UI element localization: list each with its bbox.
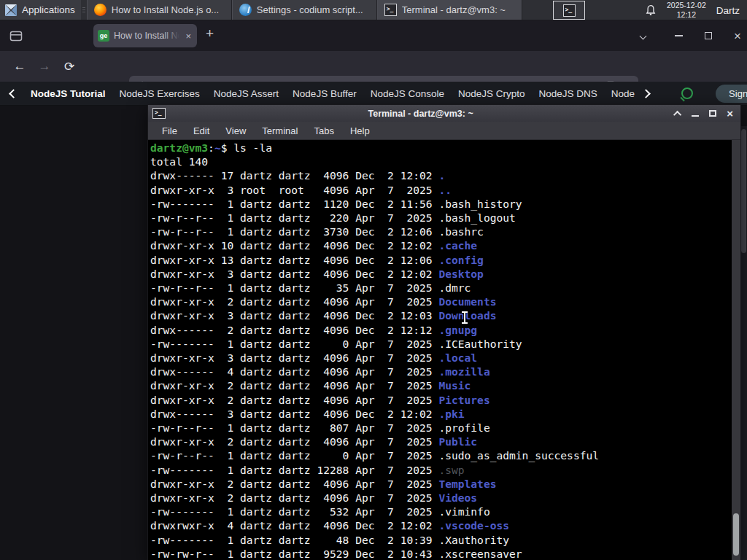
listing-line: drwx------ 17 dartz dartz 4096 Dec 2 12:… bbox=[150, 168, 740, 182]
tab-bar: ge How to Install Node.js on × + × bbox=[0, 20, 747, 51]
minimize-icon[interactable] bbox=[675, 35, 683, 36]
listing-line: drwxr-xr-x 2 dartz dartz 4096 Apr 7 2025… bbox=[150, 393, 740, 407]
nav-scroll-left-icon[interactable] bbox=[9, 89, 18, 98]
subnav-item[interactable]: Node bbox=[611, 88, 635, 99]
minimize-icon[interactable] bbox=[692, 115, 699, 117]
listing-line: -rw-r--r-- 1 dartz dartz 3730 Dec 2 12:0… bbox=[150, 225, 740, 238]
taskbar: Applications How to Install Node.js o...… bbox=[0, 0, 747, 20]
terminal-output[interactable]: dartz@vm3:~$ ls -la total 140 drwx------… bbox=[148, 140, 740, 560]
file-listing: drwx------ 17 dartz dartz 4096 Dec 2 12:… bbox=[150, 168, 740, 560]
page-scrollbar[interactable] bbox=[740, 126, 747, 560]
subnav-item[interactable]: NodeJS Crypto bbox=[458, 88, 525, 99]
tabbar-right: × bbox=[640, 20, 741, 51]
taskbar-right: 2025-12-02 12:12 Dartz bbox=[645, 0, 747, 20]
clock[interactable]: 2025-12-02 12:12 bbox=[667, 1, 706, 20]
taskbar-window-button[interactable]: How to Install Node.js o... bbox=[87, 0, 232, 20]
listing-line: drwxr-xr-x 3 dartz dartz 4096 Dec 2 12:0… bbox=[150, 267, 740, 281]
applications-icon bbox=[4, 4, 18, 17]
new-tab-button[interactable]: + bbox=[206, 26, 214, 40]
listing-line: -rw------- 1 dartz dartz 12288 Apr 7 202… bbox=[150, 463, 740, 477]
subnav-item[interactable]: NodeJS Assert bbox=[214, 88, 279, 99]
listing-line: drwxr-xr-x 2 dartz dartz 4096 Apr 7 2025… bbox=[150, 477, 740, 491]
listing-line: -rw------- 1 dartz dartz 0 Apr 7 2025 .I… bbox=[150, 337, 740, 351]
subnav-item[interactable]: NodeJS Console bbox=[371, 88, 444, 99]
firefox-view-icon bbox=[9, 30, 23, 42]
listing-line: drwxr-xr-x 2 dartz dartz 4096 Apr 7 2025… bbox=[150, 435, 740, 448]
terminal-menu-item[interactable]: Tabs bbox=[306, 125, 341, 136]
subnav-item[interactable]: NodeJS DNS bbox=[539, 88, 597, 99]
search-icon[interactable] bbox=[681, 88, 693, 99]
applications-menu-button[interactable]: Applications bbox=[0, 0, 81, 20]
mouse-cursor-ibeam bbox=[461, 311, 468, 324]
maximize-icon[interactable] bbox=[709, 110, 716, 117]
terminal-scrollbar[interactable] bbox=[732, 140, 740, 560]
listing-line: drwxr-xr-x 2 dartz dartz 4096 Apr 7 2025… bbox=[150, 378, 740, 392]
taskbar-window-button[interactable]: Terminal - dartz@vm3: ~ bbox=[377, 0, 522, 20]
user-menu[interactable]: Dartz bbox=[716, 5, 740, 16]
listing-line: drwxrwxr-x 4 dartz dartz 4096 Dec 2 12:0… bbox=[150, 518, 740, 532]
back-button[interactable]: ← bbox=[7, 59, 32, 74]
listing-line: drwx------ 4 dartz dartz 4096 Apr 7 2025… bbox=[150, 365, 740, 378]
notification-bell-icon[interactable] bbox=[645, 4, 657, 16]
terminal-menu-item[interactable]: View bbox=[217, 125, 254, 136]
terminal-menu-item[interactable]: Help bbox=[342, 125, 378, 136]
listing-line: drwxr-xr-x 2 dartz dartz 4096 Apr 7 2025… bbox=[150, 295, 740, 308]
listing-line: -rw-r--r-- 1 dartz dartz 807 Apr 7 2025 … bbox=[150, 421, 740, 435]
terminal-icon bbox=[152, 108, 166, 119]
reload-button[interactable]: ⟳ bbox=[57, 59, 82, 74]
close-icon[interactable]: × bbox=[734, 30, 741, 42]
taskbar-window-list: How to Install Node.js o...Settings - co… bbox=[87, 0, 522, 20]
subnav-items: NodeJS TutorialNodeJS ExercisesNodeJS As… bbox=[31, 88, 635, 99]
clock-date: 2025-12-02 bbox=[667, 1, 706, 10]
firefox-view-button[interactable] bbox=[4, 26, 28, 46]
terminal-menu-item[interactable]: Edit bbox=[185, 125, 217, 136]
listing-line: drwxr-xr-x 3 dartz dartz 4096 Dec 2 12:0… bbox=[150, 308, 740, 322]
terminal-icon bbox=[384, 4, 397, 16]
sign-in-button[interactable]: Sign In bbox=[716, 85, 747, 103]
listing-line: -rw------- 1 dartz dartz 532 Apr 7 2025 … bbox=[150, 505, 740, 518]
listing-line: drwxr-xr-x 3 root root 4096 Apr 7 2025 .… bbox=[150, 183, 740, 197]
firefox-icon bbox=[94, 4, 107, 16]
terminal-window: Terminal - dartz@vm3: ~ × FileEditViewTe… bbox=[147, 104, 741, 560]
terminal-menu-item[interactable]: File bbox=[154, 125, 185, 136]
terminal-menubar: FileEditViewTerminalTabsHelp bbox=[148, 122, 740, 140]
subnav-item[interactable]: NodeJS Exercises bbox=[120, 88, 200, 99]
listing-line: -rw------- 1 dartz dartz 1120 Dec 2 11:5… bbox=[150, 197, 740, 211]
vscodium-icon bbox=[239, 4, 252, 16]
prompt-cwd: ~ bbox=[214, 141, 221, 154]
nav-scroll-right-icon[interactable] bbox=[641, 89, 651, 98]
terminal-titlebar[interactable]: Terminal - dartz@vm3: ~ × bbox=[148, 105, 740, 122]
navigation-toolbar: ← → ⟳ https://www.geeksforgeeks.org/node… bbox=[0, 51, 747, 82]
subnav-item[interactable]: NodeJS Buffer bbox=[293, 88, 357, 99]
terminal-menu-item[interactable]: Terminal bbox=[254, 125, 306, 136]
maximize-icon[interactable] bbox=[705, 32, 712, 39]
terminal-title: Terminal - dartz@vm3: ~ bbox=[166, 109, 676, 119]
list-tabs-chevron-icon[interactable] bbox=[640, 32, 647, 39]
listing-line: -rw-rw-r-- 1 dartz dartz 9529 Dec 2 10:4… bbox=[150, 547, 740, 560]
tab-title: How to Install Node.js on bbox=[114, 31, 179, 41]
page-scrollbar-thumb[interactable] bbox=[741, 129, 746, 253]
tray-focused-app-button[interactable] bbox=[553, 1, 585, 20]
typed-command: ls -la bbox=[233, 141, 272, 154]
terminal-window-controls: × bbox=[676, 108, 736, 119]
tab-close-icon[interactable]: × bbox=[184, 31, 193, 42]
taskbar-window-label: Settings - codium script... bbox=[257, 4, 363, 15]
listing-line: drwxr-xr-x 13 dartz dartz 4096 Dec 2 12:… bbox=[150, 253, 740, 267]
listing-line: drwx------ 2 dartz dartz 4096 Dec 2 12:1… bbox=[150, 323, 740, 337]
subnav-item[interactable]: NodeJS Tutorial bbox=[31, 88, 106, 99]
close-icon[interactable]: × bbox=[727, 108, 733, 119]
listing-line: -rw------- 1 dartz dartz 48 Dec 2 10:39 … bbox=[150, 533, 740, 547]
listing-line: drwx------ 3 dartz dartz 4096 Dec 2 12:0… bbox=[150, 407, 740, 421]
browser-tab[interactable]: ge How to Install Node.js on × bbox=[93, 24, 197, 47]
geeksforgeeks-favicon: ge bbox=[98, 30, 109, 42]
listing-line: drwxr-xr-x 10 dartz dartz 4096 Dec 2 12:… bbox=[150, 238, 740, 252]
taskbar-window-button[interactable]: Settings - codium script... bbox=[232, 0, 377, 20]
window-controls: × bbox=[675, 30, 741, 42]
terminal-scrollbar-thumb[interactable] bbox=[733, 513, 739, 556]
taskbar-window-label: Terminal - dartz@vm3: ~ bbox=[402, 4, 506, 15]
listing-line: drwxr-xr-x 2 dartz dartz 4096 Apr 7 2025… bbox=[150, 491, 740, 505]
listing-line: -rw-r--r-- 1 dartz dartz 220 Apr 7 2025 … bbox=[150, 211, 740, 225]
forward-button[interactable]: → bbox=[32, 59, 57, 74]
listing-line: -rw-r--r-- 1 dartz dartz 35 Apr 7 2025 .… bbox=[150, 281, 740, 295]
clock-time: 12:12 bbox=[667, 10, 706, 20]
